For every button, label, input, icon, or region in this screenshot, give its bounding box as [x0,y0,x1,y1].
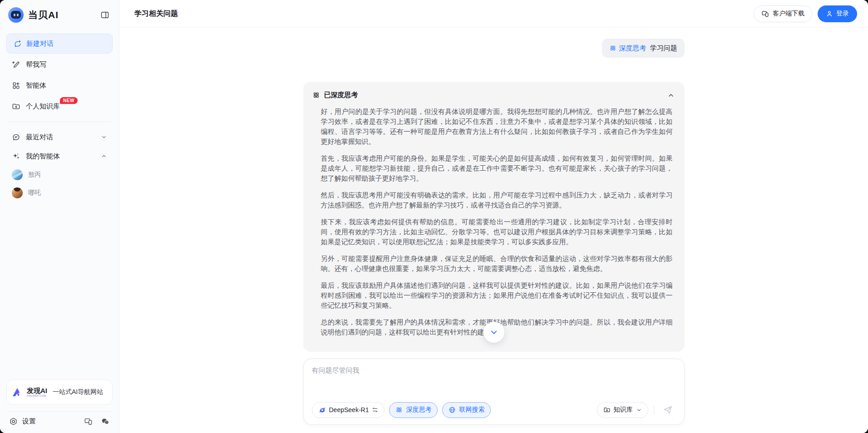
agent-item-aobing[interactable]: 敖丙 [6,166,113,184]
promo-domain: FAXIANAI.COM [27,395,47,397]
main-area: 学习相关问题 客户端下载 登录 [119,0,868,433]
sidebar-collapse-icon[interactable] [99,9,111,21]
sidebar-footer-divider [8,411,111,412]
deep-think-toggle[interactable]: 深度思考 [389,402,438,418]
login-label: 登录 [836,10,849,18]
sidebar-header: 当贝AI [6,6,113,25]
chat-content: 深度思考 学习问题 已深度思考 [119,28,868,433]
atom-icon [395,406,403,413]
chevron-down-icon [636,407,642,413]
device-download-icon [761,10,769,18]
app-title: 当贝AI [28,9,94,21]
composer-right-actions: 知识库 [597,402,676,418]
sidebar: 当贝AI 新建对话 帮我写 智能体 [0,0,119,433]
knowledge-base-selector[interactable]: 知识库 [597,402,648,418]
grid-plus-icon [12,81,20,90]
app-window: 当贝AI 新建对话 帮我写 智能体 [0,0,868,433]
atom-icon [609,44,616,52]
send-button[interactable] [660,402,676,418]
web-search-toggle[interactable]: 联网搜索 [442,402,491,418]
promo-brand-block: 发现AI FAXIANAI.COM [27,387,47,397]
sidebar-divider [8,122,111,122]
thinking-paragraph: 最后，我应该鼓励用户具体描述他们遇到的问题，这样我可以提供更针对性的建议。比如，… [321,280,673,310]
folder-plus-icon [12,102,20,111]
settings-button[interactable]: 设置 [9,417,36,426]
sidebar-section-my-agents[interactable]: 我的智能体 [6,147,113,166]
sidebar-section-recent-chats[interactable]: 最近对话 [6,128,113,147]
chevron-down-icon [489,328,498,337]
client-download-button[interactable]: 客户端下载 [754,5,812,22]
page-title: 学习相关问题 [134,9,178,19]
sidebar-item-label: 智能体 [26,81,46,90]
knowledge-base-label: 知识库 [614,406,633,414]
scroll-to-bottom-button[interactable] [483,322,504,343]
user-message-bubble: 深度思考 学习问题 [602,39,685,58]
thinking-text: 好，用户问的是关于学习的问题，但没有具体说明是哪方面。我得先想想可能的几种情况。… [303,102,685,349]
sidebar-item-help-me-write[interactable]: 帮我写 [6,54,113,74]
thinking-paragraph: 另外，可能需要提醒用户注意身体健康，保证充足的睡眠、合理的饮食和适量的运动，这些… [321,254,673,274]
chat-column: 深度思考 学习问题 已深度思考 [303,28,685,433]
dangbei-robot-logo [8,7,24,23]
topbar: 学习相关问题 客户端下载 登录 [119,0,868,28]
message-input[interactable] [312,366,676,402]
chat-lines-icon [12,133,20,142]
composer-toolbar: DeepSeek-R1 深度思考 [312,402,676,418]
new-chat-label: 新建对话 [26,39,54,48]
sidebar-item-label: 帮我写 [26,60,46,69]
paper-plane-icon [663,405,673,415]
chat-plus-icon [13,39,22,48]
new-badge: NEW [60,97,78,104]
chevron-down-icon[interactable] [101,134,107,140]
thinking-panel-header[interactable]: 已深度思考 [303,82,685,102]
deepseek-whale-icon [318,406,326,414]
user-message-row: 深度思考 学习问题 [303,39,685,58]
devices-icon[interactable] [84,417,93,426]
wechat-icon[interactable] [101,417,110,426]
promo-brand: 发现AI [27,387,47,394]
gear-icon [9,417,18,426]
model-selector[interactable]: DeepSeek-R1 [312,402,385,418]
sparkles-icon [12,152,20,161]
promo-tagline: 一站式AI导航网站 [53,388,103,396]
thinking-paragraph: 然后，我应该思考用户可能没有明确表达的需求。比如，用户可能在学习过程中感到压力大… [321,190,673,210]
settings-label: 设置 [22,417,36,426]
sidebar-spacer [6,202,113,379]
deep-think-label: 深度思考 [406,406,431,414]
deep-think-tag: 深度思考 [609,44,646,53]
model-name: DeepSeek-R1 [329,406,369,413]
globe-icon [449,406,456,413]
agent-avatar [12,187,23,198]
web-search-label: 联网搜索 [459,406,484,414]
sidebar-item-knowledge-base[interactable]: 个人知识库 NEW [6,96,113,116]
atom-icon [312,91,320,99]
thinking-paragraph: 接下来，我应该考虑如何提供有帮助的信息。可能需要给出一些通用的学习建议，比如制定… [321,217,673,247]
agent-avatar [12,169,23,180]
faxian-ai-promo-banner[interactable]: 发现AI FAXIANAI.COM 一站式AI导航网站 [6,379,113,405]
agent-name: 敖丙 [28,171,41,179]
collapse-chevron-up-icon[interactable] [667,92,675,99]
client-download-label: 客户端下载 [773,10,804,18]
toolbar-divider [654,406,654,414]
new-chat-button[interactable]: 新建对话 [6,34,113,54]
person-icon [826,10,833,17]
chevron-up-icon[interactable] [101,153,107,159]
login-button[interactable]: 登录 [818,5,857,22]
topbar-actions: 客户端下载 登录 [754,5,857,22]
composer: DeepSeek-R1 深度思考 [303,359,685,425]
user-message-text: 学习问题 [650,44,677,53]
sidebar-footer: 设置 [6,414,113,427]
thinking-paragraph: 好，用户问的是关于学习的问题，但没有具体说明是哪方面。我得先想想可能的几种情况。… [321,107,673,147]
model-switch-icon [372,407,378,413]
footer-icons [84,417,110,426]
faxian-ai-logo [12,387,23,397]
thinking-panel: 已深度思考 好，用户问的是关于学习的问题，但没有具体说明是哪方面。我得先想想可能… [303,82,685,352]
section-label: 我的智能体 [26,152,60,161]
folder-plus-icon [603,406,611,413]
agent-item-nezha[interactable]: 哪吒 [6,184,113,202]
agent-name: 哪吒 [28,189,41,197]
sidebar-item-agents[interactable]: 智能体 [6,75,113,95]
thinking-paragraph: 首先，我应该考虑用户可能的身份。如果是学生，可能关心的是如何提高成绩，如何有效复… [321,153,673,183]
deep-think-tag-label: 深度思考 [619,44,646,53]
thinking-panel-title: 已深度思考 [324,91,358,99]
pencil-sparkle-icon [12,60,20,69]
